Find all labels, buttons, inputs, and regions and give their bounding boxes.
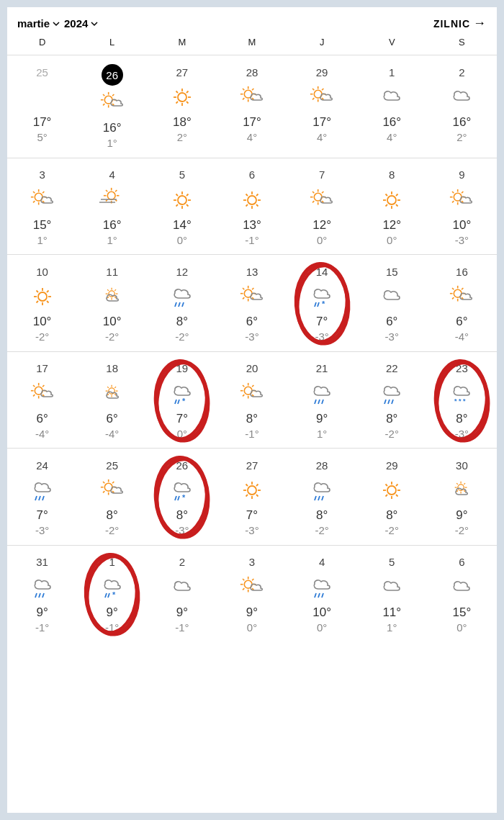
- day-cell[interactable]: 511°1°: [357, 554, 427, 635]
- svg-line-35: [322, 89, 323, 90]
- weather-icon: [359, 284, 426, 310]
- day-cell[interactable]: 615°0°: [427, 554, 497, 635]
- weather-icon: [218, 284, 285, 310]
- day-cell[interactable]: 514°0°: [147, 167, 217, 248]
- day-cell[interactable]: 315°1°: [7, 167, 77, 248]
- svg-line-89: [396, 204, 398, 207]
- svg-line-212: [246, 495, 248, 497]
- day-number: 28: [289, 457, 356, 473]
- month-label: martie: [17, 17, 50, 30]
- weather-icon: [148, 575, 215, 600]
- zilnic-link[interactable]: ZILNIC →: [433, 16, 487, 31]
- svg-line-198: [103, 491, 104, 492]
- day-cell[interactable]: 136°-3°: [217, 263, 287, 344]
- day-cell[interactable]: 288°-2°: [287, 457, 357, 538]
- day-cell[interactable]: 128°-2°: [147, 263, 217, 344]
- weeks-container: 2517°5°2616°1°2718°2°2817°4°2917°4°116°4…: [7, 55, 497, 642]
- low-temp: 1°: [359, 621, 426, 635]
- high-temp: 7°: [218, 508, 285, 523]
- temps: 8°-3°: [428, 411, 495, 441]
- temps: 7°-3°: [9, 508, 76, 538]
- svg-line-127: [243, 288, 244, 289]
- day-cell[interactable]: 410°0°: [287, 554, 357, 635]
- day-cell[interactable]: 228°-2°: [357, 361, 427, 441]
- day-cell[interactable]: 156°-3°: [357, 263, 427, 344]
- day-cell[interactable]: 116°4°: [357, 64, 427, 150]
- day-cell[interactable]: 2817°4°: [217, 64, 287, 150]
- day-cell[interactable]: 166°-4°: [427, 263, 497, 344]
- weather-icon: [428, 84, 495, 110]
- svg-line-8: [112, 94, 114, 96]
- day-header: V: [357, 37, 427, 48]
- high-temp: 10°: [289, 605, 356, 621]
- day-cell[interactable]: 23***8°-3°: [427, 361, 497, 441]
- high-temp: 12°: [289, 217, 356, 233]
- day-cell[interactable]: 247°-3°: [7, 457, 77, 538]
- day-cell[interactable]: 2718°2°: [147, 64, 217, 150]
- temps: 10°0°: [289, 605, 356, 635]
- temps: 10°-2°: [78, 314, 145, 344]
- day-cell[interactable]: 216°2°: [427, 64, 497, 150]
- day-cell[interactable]: 712°0°: [287, 167, 357, 248]
- day-cell[interactable]: 26*8°-3°: [147, 457, 217, 538]
- high-temp: 10°: [78, 314, 145, 330]
- svg-line-17: [186, 91, 189, 94]
- day-number: 21: [289, 361, 356, 377]
- temps: 14°0°: [148, 217, 215, 248]
- day-cell[interactable]: 277°-3°: [217, 457, 287, 538]
- day-cell[interactable]: 1110°-2°: [77, 263, 147, 344]
- day-number: 31: [9, 554, 76, 570]
- day-cell[interactable]: 2616°1°: [77, 64, 147, 150]
- day-cell[interactable]: 319°-1°: [7, 554, 77, 635]
- week-row: 315°1°416°1°514°0°613°-1°712°0°812°0°910…: [7, 158, 497, 256]
- svg-line-150: [33, 385, 35, 387]
- svg-line-173: [243, 385, 244, 387]
- weather-icon: [289, 477, 356, 503]
- temps: 12°0°: [289, 217, 356, 248]
- day-number: 9: [428, 167, 495, 183]
- svg-line-82: [322, 192, 323, 193]
- svg-line-100: [462, 192, 464, 193]
- day-cell[interactable]: 910°-3°: [427, 167, 497, 248]
- weather-icon: [218, 381, 285, 407]
- month-year-selector[interactable]: martie 2024: [17, 17, 101, 30]
- svg-line-143: [452, 297, 454, 299]
- day-cell[interactable]: 2517°5°: [7, 64, 77, 150]
- low-temp: -3°: [289, 330, 356, 344]
- svg-point-101: [38, 292, 47, 301]
- weather-icon: [78, 381, 145, 407]
- day-cell[interactable]: 1*9°-1°: [77, 554, 147, 635]
- temps: 17°4°: [218, 114, 285, 145]
- weather-icon: [359, 477, 426, 503]
- day-cell[interactable]: 1010°-2°: [7, 263, 77, 344]
- day-cell[interactable]: 14*7°-3°: [287, 263, 357, 344]
- day-cell[interactable]: 258°-2°: [77, 457, 147, 538]
- day-cell[interactable]: 613°-1°: [217, 167, 287, 248]
- low-temp: -2°: [428, 523, 495, 538]
- day-cell[interactable]: 39°0°: [217, 554, 287, 635]
- day-cell[interactable]: 176°-4°: [7, 361, 77, 441]
- chevron-down-icon: [91, 20, 98, 27]
- low-temp: -2°: [148, 330, 215, 344]
- day-number: 2: [148, 554, 215, 570]
- day-cell[interactable]: 812°0°: [357, 167, 427, 248]
- day-cell[interactable]: 298°-2°: [357, 457, 427, 538]
- day-cell[interactable]: 309°-2°: [427, 457, 497, 538]
- weather-icon: [428, 477, 495, 503]
- day-cell[interactable]: 186°-4°: [77, 361, 147, 441]
- svg-line-5: [103, 94, 104, 96]
- day-number: 2: [428, 64, 495, 80]
- day-number: 23: [428, 361, 495, 377]
- day-number: 26: [148, 457, 215, 473]
- low-temp: 1°: [78, 233, 145, 248]
- day-cell[interactable]: 219°1°: [287, 361, 357, 441]
- day-number: 4: [78, 167, 145, 183]
- svg-point-45: [107, 192, 115, 199]
- svg-point-56: [178, 196, 186, 204]
- day-cell[interactable]: 416°1°: [77, 167, 147, 248]
- day-cell[interactable]: 2917°4°: [287, 64, 357, 150]
- day-cell[interactable]: 19*7°0°: [147, 361, 217, 441]
- svg-line-231: [457, 484, 459, 485]
- day-cell[interactable]: 208°-1°: [217, 361, 287, 441]
- day-cell[interactable]: 29°-1°: [147, 554, 217, 635]
